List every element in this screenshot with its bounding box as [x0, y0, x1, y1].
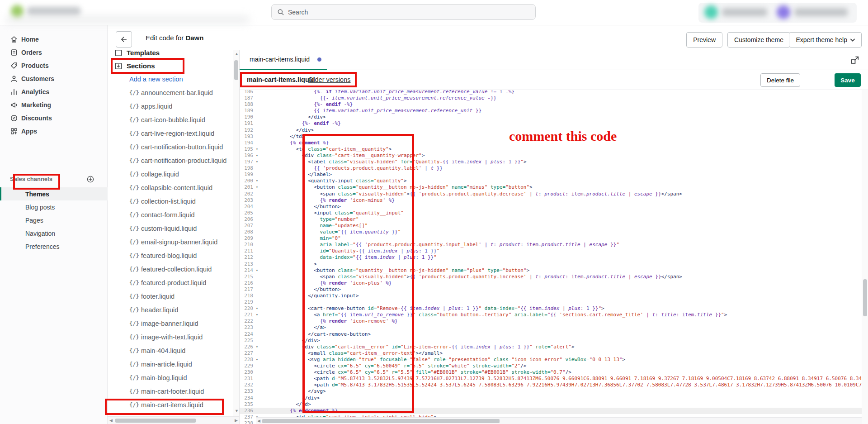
line-number: 191: [240, 120, 254, 127]
preview-button[interactable]: Preview: [686, 32, 722, 48]
code-area[interactable]: 186 {%- if item.variant.unit_price_measu…: [240, 90, 862, 424]
editor-vscrollbar[interactable]: [862, 90, 868, 424]
tree-group-sections[interactable]: Sections: [108, 59, 240, 73]
code-text: {% render 'icon-minus' %}: [260, 197, 862, 204]
global-search[interactable]: Search: [271, 4, 536, 20]
code-line: 216 {% render 'icon-plus' %}: [240, 280, 862, 286]
file-item-featured-product-liquid[interactable]: {/}featured-product.liquid: [108, 276, 230, 290]
older-versions-link[interactable]: Older versions: [308, 76, 350, 83]
customize-theme-button[interactable]: Customize theme: [727, 32, 790, 48]
fold-arrow-icon[interactable]: ▾: [254, 312, 260, 318]
fold-arrow-icon[interactable]: ▾: [254, 178, 260, 184]
sidebar-item-preferences[interactable]: Preferences: [0, 240, 108, 253]
sidebar-item-navigation[interactable]: Navigation: [0, 227, 108, 240]
sidebar-item-home[interactable]: Home: [0, 33, 108, 46]
sidebar-item-themes[interactable]: Themes: [0, 187, 108, 200]
line-number: 195: [240, 146, 254, 152]
delete-file-button[interactable]: Delete file: [760, 73, 800, 87]
back-button[interactable]: [116, 31, 132, 48]
sidebar-item-pages[interactable]: Pages: [0, 214, 108, 227]
file-item-cart-live-region-text-liquid[interactable]: {/}cart-live-region-text.liquid: [108, 127, 230, 141]
scroll-left-icon[interactable]: ◀: [109, 419, 113, 423]
sidebar-item-orders[interactable]: Orders: [0, 46, 108, 59]
search-placeholder: Search: [288, 9, 308, 16]
scroll-left-icon[interactable]: ◀: [257, 419, 260, 423]
expand-editor-icon[interactable]: [850, 55, 860, 65]
file-item-collapsible-content-liquid[interactable]: {/}collapsible-content.liquid: [108, 181, 230, 195]
code-line: 232 <path d="M5.87413 3.17832H5.51535L5.…: [240, 382, 862, 388]
file-item-main-cart-footer-liquid[interactable]: {/}main-cart-footer.liquid: [108, 385, 230, 399]
gutter-spacer: [254, 324, 260, 331]
file-item-featured-collection-liquid[interactable]: {/}featured-collection.liquid: [108, 263, 230, 276]
fold-arrow-icon[interactable]: ▾: [254, 344, 260, 350]
file-item-collection-list-liquid[interactable]: {/}collection-list.liquid: [108, 195, 230, 209]
file-name: collection-list.liquid: [141, 198, 196, 205]
sidebar-item-label: Products: [21, 62, 49, 69]
scrollbar-thumb[interactable]: [234, 60, 238, 80]
fold-arrow-icon[interactable]: ▾: [254, 184, 260, 191]
sidebar-item-products[interactable]: Products: [0, 59, 108, 72]
fold-arrow-icon[interactable]: ▾: [254, 146, 260, 152]
file-item-email-signup-banner-liquid[interactable]: {/}email-signup-banner.liquid: [108, 236, 230, 249]
file-item-header-liquid[interactable]: {/}header.liquid: [108, 304, 230, 317]
file-item-cart-notification-button-liquid[interactable]: {/}cart-notification-button.liquid: [108, 141, 230, 154]
tab-main-cart-items[interactable]: main-cart-items.liquid: [250, 56, 310, 63]
file-item-main-cart-items-liquid[interactable]: {/}main-cart-items.liquid: [108, 399, 230, 412]
file-item-main-article-liquid[interactable]: {/}main-article.liquid: [108, 358, 230, 372]
file-item-main-404-liquid[interactable]: {/}main-404.liquid: [108, 344, 230, 358]
sidebar-item-analytics[interactable]: Analytics: [0, 85, 108, 98]
sidebar-item-discounts[interactable]: Discounts: [0, 111, 108, 124]
editor-hscrollbar[interactable]: ◀: [256, 417, 862, 424]
fold-arrow-icon[interactable]: ▾: [254, 357, 260, 363]
scrollbar-thumb[interactable]: [115, 419, 196, 423]
file-name: email-signup-banner.liquid: [141, 238, 217, 246]
liquid-file-icon: {/}: [129, 239, 139, 245]
add-new-section-link[interactable]: Add a new section: [129, 76, 183, 83]
scroll-right-icon[interactable]: ▶: [235, 419, 238, 423]
file-panel-hscrollbar[interactable]: ◀ ▶: [108, 416, 240, 424]
customers-icon: [10, 75, 18, 83]
scroll-up-icon[interactable]: ▲: [235, 52, 239, 56]
line-number: 234: [240, 395, 254, 401]
fold-arrow-icon[interactable]: ▾: [254, 305, 260, 312]
file-item-cart-icon-bubble-liquid[interactable]: {/}cart-icon-bubble.liquid: [108, 114, 230, 127]
file-item-custom-liquid-liquid[interactable]: {/}custom-liquid.liquid: [108, 222, 230, 236]
code-line: 209 min="0": [240, 235, 862, 242]
code-text: </button>: [260, 286, 862, 293]
file-item-main-blog-liquid[interactable]: {/}main-blog.liquid: [108, 372, 230, 385]
file-item-featured-blog-liquid[interactable]: {/}featured-blog.liquid: [108, 249, 230, 263]
line-number: 203: [240, 197, 254, 204]
file-item-contact-form-liquid[interactable]: {/}contact-form.liquid: [108, 209, 230, 222]
save-button[interactable]: Save: [835, 73, 861, 87]
line-number: 229: [240, 363, 254, 369]
file-item-announcement-bar-liquid[interactable]: {/}announcement-bar.liquid: [108, 86, 230, 100]
file-item-footer-liquid[interactable]: {/}footer.liquid: [108, 290, 230, 304]
code-text: {% endcomment %}: [260, 408, 862, 414]
file-panel-vscrollbar[interactable]: ▲ ▼: [233, 50, 240, 416]
fold-arrow-icon[interactable]: ▾: [254, 152, 260, 159]
code-text: <button class="quantity__button no-js-hi…: [260, 184, 862, 191]
file-item-cart-notification-product-liquid[interactable]: {/}cart-notification-product.liquid: [108, 154, 230, 168]
fold-arrow-icon[interactable]: ▾: [254, 267, 260, 274]
file-item-collage-liquid[interactable]: {/}collage.liquid: [108, 168, 230, 181]
expert-theme-help-button[interactable]: Expert theme help: [789, 32, 862, 48]
tree-group-templates[interactable]: Templates: [108, 50, 240, 60]
file-name: announcement-bar.liquid: [141, 89, 213, 96]
sidebar-item-marketing[interactable]: Marketing: [0, 98, 108, 111]
gutter-spacer: [254, 210, 260, 216]
code-line: 199 </label>: [240, 172, 862, 178]
file-item-apps-liquid[interactable]: {/}apps.liquid: [108, 100, 230, 114]
sidebar-item-blog-posts[interactable]: Blog posts: [0, 200, 108, 214]
file-item-image-with-text-liquid[interactable]: {/}image-with-text.liquid: [108, 331, 230, 344]
sidebar-item-customers[interactable]: Customers: [0, 72, 108, 85]
line-number: 200: [240, 178, 254, 184]
file-item-image-banner-liquid[interactable]: {/}image-banner.liquid: [108, 317, 230, 331]
scrollbar-thumb[interactable]: [863, 279, 867, 316]
fold-arrow-icon[interactable]: ▾: [254, 159, 260, 165]
sidebar-item-apps[interactable]: Apps: [0, 124, 108, 138]
scrollbar-thumb[interactable]: [262, 419, 500, 423]
scroll-down-icon[interactable]: ▼: [235, 409, 239, 413]
code-line: 233 </svg>: [240, 388, 862, 395]
add-sales-channel-icon[interactable]: [86, 175, 94, 183]
code-line: 194 {% comment %}: [240, 140, 862, 146]
